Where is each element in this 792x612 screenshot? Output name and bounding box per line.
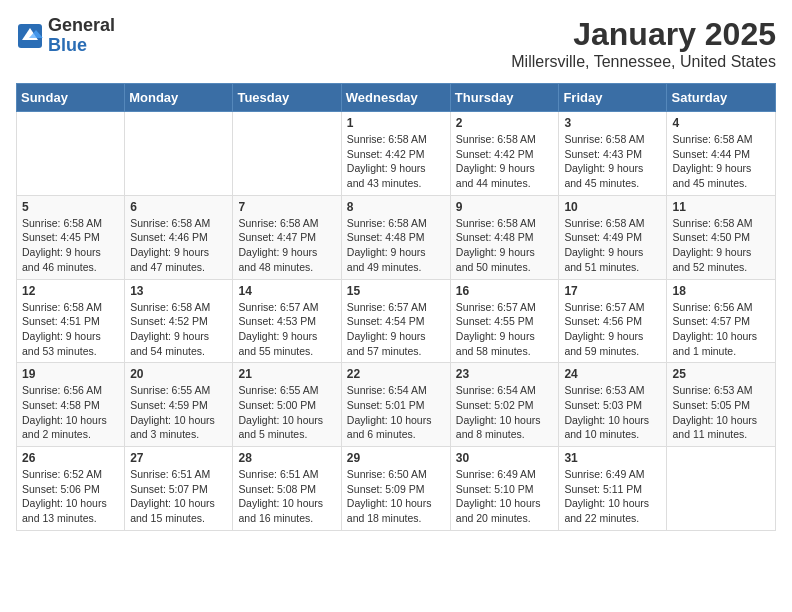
logo-general-text: General — [48, 15, 115, 35]
week-row-4: 19Sunrise: 6:56 AM Sunset: 4:58 PM Dayli… — [17, 363, 776, 447]
day-header-tuesday: Tuesday — [233, 84, 341, 112]
day-cell: 1Sunrise: 6:58 AM Sunset: 4:42 PM Daylig… — [341, 112, 450, 196]
day-cell: 6Sunrise: 6:58 AM Sunset: 4:46 PM Daylig… — [125, 195, 233, 279]
day-number: 25 — [672, 367, 770, 381]
day-number: 30 — [456, 451, 554, 465]
day-header-sunday: Sunday — [17, 84, 125, 112]
day-header-thursday: Thursday — [450, 84, 559, 112]
day-number: 5 — [22, 200, 119, 214]
location-text: Millersville, Tennessee, United States — [511, 53, 776, 71]
day-number: 18 — [672, 284, 770, 298]
day-header-wednesday: Wednesday — [341, 84, 450, 112]
day-number: 17 — [564, 284, 661, 298]
day-cell: 28Sunrise: 6:51 AM Sunset: 5:08 PM Dayli… — [233, 447, 341, 531]
day-info: Sunrise: 6:58 AM Sunset: 4:48 PM Dayligh… — [456, 216, 554, 275]
day-cell: 20Sunrise: 6:55 AM Sunset: 4:59 PM Dayli… — [125, 363, 233, 447]
day-cell: 5Sunrise: 6:58 AM Sunset: 4:45 PM Daylig… — [17, 195, 125, 279]
day-number: 21 — [238, 367, 335, 381]
day-info: Sunrise: 6:57 AM Sunset: 4:53 PM Dayligh… — [238, 300, 335, 359]
day-cell: 3Sunrise: 6:58 AM Sunset: 4:43 PM Daylig… — [559, 112, 667, 196]
day-number: 29 — [347, 451, 445, 465]
day-number: 6 — [130, 200, 227, 214]
day-number: 7 — [238, 200, 335, 214]
day-cell — [233, 112, 341, 196]
day-cell: 16Sunrise: 6:57 AM Sunset: 4:55 PM Dayli… — [450, 279, 559, 363]
day-cell: 8Sunrise: 6:58 AM Sunset: 4:48 PM Daylig… — [341, 195, 450, 279]
day-number: 16 — [456, 284, 554, 298]
day-cell: 22Sunrise: 6:54 AM Sunset: 5:01 PM Dayli… — [341, 363, 450, 447]
day-cell: 13Sunrise: 6:58 AM Sunset: 4:52 PM Dayli… — [125, 279, 233, 363]
day-number: 14 — [238, 284, 335, 298]
day-info: Sunrise: 6:53 AM Sunset: 5:05 PM Dayligh… — [672, 383, 770, 442]
day-number: 8 — [347, 200, 445, 214]
day-number: 11 — [672, 200, 770, 214]
day-number: 27 — [130, 451, 227, 465]
day-info: Sunrise: 6:58 AM Sunset: 4:45 PM Dayligh… — [22, 216, 119, 275]
day-header-monday: Monday — [125, 84, 233, 112]
page-header: General Blue January 2025 Millersville, … — [16, 16, 776, 71]
day-info: Sunrise: 6:58 AM Sunset: 4:50 PM Dayligh… — [672, 216, 770, 275]
calendar-table: SundayMondayTuesdayWednesdayThursdayFrid… — [16, 83, 776, 531]
day-info: Sunrise: 6:55 AM Sunset: 4:59 PM Dayligh… — [130, 383, 227, 442]
day-number: 12 — [22, 284, 119, 298]
day-cell: 19Sunrise: 6:56 AM Sunset: 4:58 PM Dayli… — [17, 363, 125, 447]
day-cell: 7Sunrise: 6:58 AM Sunset: 4:47 PM Daylig… — [233, 195, 341, 279]
logo-blue-text: Blue — [48, 35, 87, 55]
calendar-header-row: SundayMondayTuesdayWednesdayThursdayFrid… — [17, 84, 776, 112]
day-number: 9 — [456, 200, 554, 214]
day-cell: 18Sunrise: 6:56 AM Sunset: 4:57 PM Dayli… — [667, 279, 776, 363]
logo: General Blue — [16, 16, 115, 56]
day-cell: 21Sunrise: 6:55 AM Sunset: 5:00 PM Dayli… — [233, 363, 341, 447]
day-number: 24 — [564, 367, 661, 381]
day-info: Sunrise: 6:58 AM Sunset: 4:43 PM Dayligh… — [564, 132, 661, 191]
day-info: Sunrise: 6:57 AM Sunset: 4:55 PM Dayligh… — [456, 300, 554, 359]
day-info: Sunrise: 6:50 AM Sunset: 5:09 PM Dayligh… — [347, 467, 445, 526]
day-info: Sunrise: 6:58 AM Sunset: 4:47 PM Dayligh… — [238, 216, 335, 275]
week-row-3: 12Sunrise: 6:58 AM Sunset: 4:51 PM Dayli… — [17, 279, 776, 363]
day-cell: 12Sunrise: 6:58 AM Sunset: 4:51 PM Dayli… — [17, 279, 125, 363]
week-row-1: 1Sunrise: 6:58 AM Sunset: 4:42 PM Daylig… — [17, 112, 776, 196]
day-info: Sunrise: 6:54 AM Sunset: 5:01 PM Dayligh… — [347, 383, 445, 442]
day-cell — [17, 112, 125, 196]
logo-icon — [16, 22, 44, 50]
day-number: 22 — [347, 367, 445, 381]
day-number: 23 — [456, 367, 554, 381]
day-number: 4 — [672, 116, 770, 130]
day-cell: 31Sunrise: 6:49 AM Sunset: 5:11 PM Dayli… — [559, 447, 667, 531]
day-number: 13 — [130, 284, 227, 298]
day-cell: 4Sunrise: 6:58 AM Sunset: 4:44 PM Daylig… — [667, 112, 776, 196]
day-number: 10 — [564, 200, 661, 214]
day-number: 31 — [564, 451, 661, 465]
day-cell: 11Sunrise: 6:58 AM Sunset: 4:50 PM Dayli… — [667, 195, 776, 279]
day-cell: 10Sunrise: 6:58 AM Sunset: 4:49 PM Dayli… — [559, 195, 667, 279]
day-number: 26 — [22, 451, 119, 465]
day-cell: 29Sunrise: 6:50 AM Sunset: 5:09 PM Dayli… — [341, 447, 450, 531]
day-cell: 14Sunrise: 6:57 AM Sunset: 4:53 PM Dayli… — [233, 279, 341, 363]
day-info: Sunrise: 6:58 AM Sunset: 4:42 PM Dayligh… — [347, 132, 445, 191]
day-number: 28 — [238, 451, 335, 465]
day-cell — [667, 447, 776, 531]
day-number: 19 — [22, 367, 119, 381]
day-info: Sunrise: 6:49 AM Sunset: 5:10 PM Dayligh… — [456, 467, 554, 526]
day-number: 2 — [456, 116, 554, 130]
day-info: Sunrise: 6:51 AM Sunset: 5:08 PM Dayligh… — [238, 467, 335, 526]
month-title: January 2025 — [511, 16, 776, 53]
day-info: Sunrise: 6:56 AM Sunset: 4:58 PM Dayligh… — [22, 383, 119, 442]
day-info: Sunrise: 6:56 AM Sunset: 4:57 PM Dayligh… — [672, 300, 770, 359]
day-cell: 30Sunrise: 6:49 AM Sunset: 5:10 PM Dayli… — [450, 447, 559, 531]
day-info: Sunrise: 6:51 AM Sunset: 5:07 PM Dayligh… — [130, 467, 227, 526]
day-info: Sunrise: 6:58 AM Sunset: 4:48 PM Dayligh… — [347, 216, 445, 275]
day-info: Sunrise: 6:58 AM Sunset: 4:46 PM Dayligh… — [130, 216, 227, 275]
day-cell: 23Sunrise: 6:54 AM Sunset: 5:02 PM Dayli… — [450, 363, 559, 447]
week-row-2: 5Sunrise: 6:58 AM Sunset: 4:45 PM Daylig… — [17, 195, 776, 279]
day-info: Sunrise: 6:57 AM Sunset: 4:56 PM Dayligh… — [564, 300, 661, 359]
day-cell: 24Sunrise: 6:53 AM Sunset: 5:03 PM Dayli… — [559, 363, 667, 447]
day-cell: 27Sunrise: 6:51 AM Sunset: 5:07 PM Dayli… — [125, 447, 233, 531]
day-info: Sunrise: 6:58 AM Sunset: 4:51 PM Dayligh… — [22, 300, 119, 359]
day-number: 1 — [347, 116, 445, 130]
week-row-5: 26Sunrise: 6:52 AM Sunset: 5:06 PM Dayli… — [17, 447, 776, 531]
day-info: Sunrise: 6:53 AM Sunset: 5:03 PM Dayligh… — [564, 383, 661, 442]
day-number: 20 — [130, 367, 227, 381]
day-header-saturday: Saturday — [667, 84, 776, 112]
day-cell: 15Sunrise: 6:57 AM Sunset: 4:54 PM Dayli… — [341, 279, 450, 363]
